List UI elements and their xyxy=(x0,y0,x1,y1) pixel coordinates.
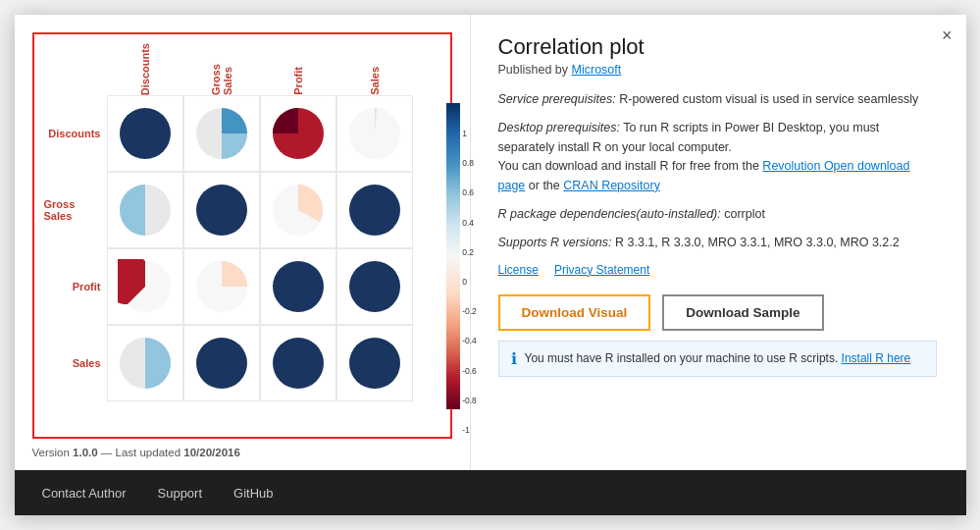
download-sample-button[interactable]: Download Sample xyxy=(662,294,823,331)
links-row: License Privacy Statement xyxy=(498,263,937,277)
license-link[interactable]: License xyxy=(498,263,539,277)
version-number: 1.0.0 xyxy=(73,447,98,458)
svg-point-14 xyxy=(273,338,324,389)
dialog: Discounts Gross Sales Profit Sales xyxy=(15,15,966,515)
r-package-label: R package dependencies(auto-installed): xyxy=(498,207,721,221)
svg-point-7 xyxy=(349,185,400,236)
publisher-line: Published by Microsoft xyxy=(498,63,937,77)
col-header-2: Profit xyxy=(292,67,304,95)
service-prereq-text: R-powered custom visual is used in servi… xyxy=(619,92,918,106)
dialog-title: Correlation plot xyxy=(498,34,937,60)
info-text-content: You must have R installed on your machin… xyxy=(525,351,839,365)
cran-link[interactable]: CRAN Repository xyxy=(563,179,660,192)
row-header-3: Sales xyxy=(73,357,101,369)
close-button[interactable]: × xyxy=(942,26,953,44)
info-text: You must have R installed on your machin… xyxy=(525,351,911,365)
row-header-2: Profit xyxy=(73,281,101,292)
or-text: or the xyxy=(529,179,560,192)
visual-preview: Discounts Gross Sales Profit Sales xyxy=(32,32,452,439)
dialog-footer: Contact Author Support GitHub xyxy=(15,470,966,515)
dialog-main: Discounts Gross Sales Profit Sales xyxy=(15,15,966,470)
footer-github[interactable]: GitHub xyxy=(233,486,273,501)
publisher-label: Published by xyxy=(498,63,569,77)
col-header-1: Gross Sales xyxy=(210,44,233,95)
r-package-block: R package dependencies(auto-installed): … xyxy=(498,205,937,224)
service-prereq-block: Service prerequisites: R-powered custom … xyxy=(498,90,937,109)
publisher-link[interactable]: Microsoft xyxy=(572,63,622,77)
r-package-value: corrplot xyxy=(724,207,765,221)
col-header-3: Sales xyxy=(369,67,381,95)
download-visual-button[interactable]: Download Visual xyxy=(498,294,651,331)
supports-label: Supports R versions: xyxy=(498,236,612,249)
install-r-link[interactable]: Install R here xyxy=(842,351,911,365)
em-dash: — xyxy=(101,447,113,458)
privacy-link[interactable]: Privacy Statement xyxy=(554,263,649,277)
right-panel: × Correlation plot Published by Microsof… xyxy=(471,15,966,470)
svg-point-10 xyxy=(273,261,324,312)
svg-point-15 xyxy=(349,338,400,389)
footer-contact-author[interactable]: Contact Author xyxy=(42,486,127,501)
row-header-1: Gross Sales xyxy=(44,198,101,222)
version-text: Version xyxy=(32,447,70,458)
svg-point-13 xyxy=(196,338,247,389)
last-updated-label: Last updated xyxy=(116,447,181,458)
left-panel: Discounts Gross Sales Profit Sales xyxy=(15,15,471,470)
version-line: Version 1.0.0 — Last updated 10/20/2016 xyxy=(32,439,452,458)
svg-point-0 xyxy=(120,108,171,159)
footer-support[interactable]: Support xyxy=(158,486,203,501)
service-prereq-label: Service prerequisites: xyxy=(498,92,616,106)
row-header-0: Discounts xyxy=(48,128,100,139)
button-row: Download Visual Download Sample xyxy=(498,294,937,331)
info-icon: ℹ xyxy=(511,349,517,368)
download-r-text: You can download and install R for free … xyxy=(498,159,759,173)
info-box: ℹ You must have R installed on your mach… xyxy=(498,341,937,377)
supports-block: Supports R versions: R 3.3.1, R 3.3.0, M… xyxy=(498,234,937,252)
last-updated-date: 10/20/2016 xyxy=(183,447,240,458)
supports-versions: R 3.3.1, R 3.3.0, MRO 3.3.1, MRO 3.3.0, … xyxy=(615,236,900,249)
col-header-0: Discounts xyxy=(139,43,151,95)
desktop-prereq-label: Desktop prerequisites: xyxy=(498,121,620,134)
svg-point-11 xyxy=(349,261,400,312)
svg-point-5 xyxy=(196,185,247,236)
desktop-prereq-block: Desktop prerequisites: To run R scripts … xyxy=(498,119,937,195)
